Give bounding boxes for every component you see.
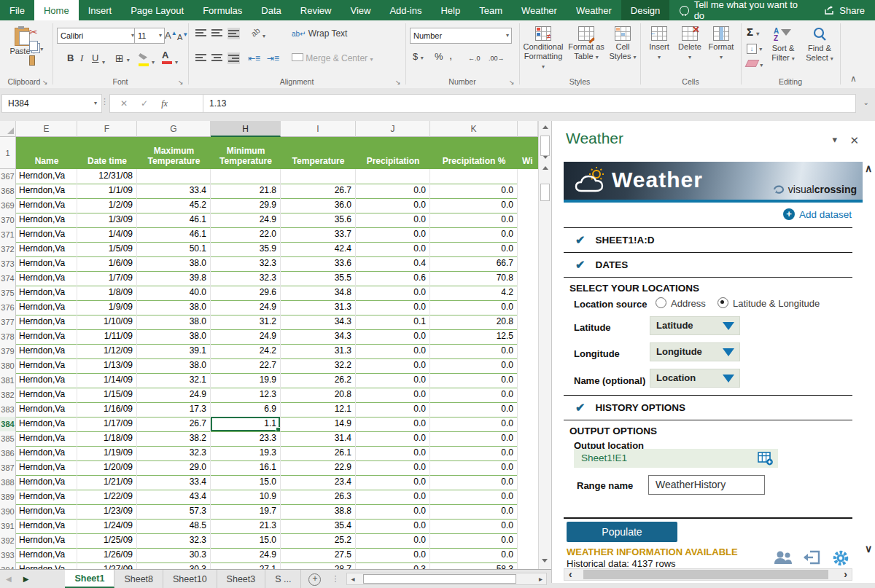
cell[interactable]: 0.0 <box>430 227 518 243</box>
range-name-input[interactable]: WeatherHistory <box>648 475 765 495</box>
cell[interactable]: 1/24/09 <box>77 519 137 534</box>
cell[interactable]: Herndon,Va <box>16 242 77 257</box>
add-dataset-link[interactable]: + Add dataset <box>783 208 852 220</box>
cell[interactable]: 0.0 <box>430 431 518 447</box>
table-header-cell[interactable]: Precipitation <box>356 137 430 169</box>
cell[interactable]: Herndon,Va <box>16 169 77 184</box>
cell[interactable]: 31.2 <box>211 315 281 330</box>
cell[interactable]: 32.3 <box>211 271 281 286</box>
sheet-tab-sheet10[interactable]: Sheet10 <box>163 570 217 588</box>
cell[interactable]: Herndon,Va <box>16 198 77 213</box>
cell[interactable]: 1/23/09 <box>77 504 137 520</box>
expand-formula-bar-button[interactable]: ⌄ <box>863 98 869 106</box>
history-options-section[interactable]: ✔HISTORY OPTIONS <box>564 396 852 420</box>
column-header-H[interactable]: H <box>211 121 281 137</box>
cell[interactable]: 1/19/09 <box>77 446 137 461</box>
percent-style-button[interactable]: % <box>435 51 443 63</box>
cell[interactable]: 58.3 <box>430 562 518 569</box>
cell[interactable]: 12.1 <box>281 402 356 418</box>
cell[interactable]: 0.0 <box>356 388 430 403</box>
cell[interactable]: 39.1 <box>137 344 211 359</box>
radio-latitude-longitude[interactable]: Latitude & Longitude <box>718 297 820 309</box>
latitude-dropdown[interactable]: Latitude <box>650 316 740 335</box>
orientation-dropdown[interactable]: ▾ <box>262 29 265 42</box>
copy-button[interactable]: ▾ <box>29 41 43 55</box>
pane-scroll-up-icon[interactable]: ∧ <box>865 163 872 174</box>
cell[interactable]: 27.1 <box>211 562 281 569</box>
task-pane-options-dropdown[interactable]: ▾ <box>832 134 837 145</box>
cell[interactable]: 21.3 <box>211 519 281 534</box>
cell[interactable]: 0.0 <box>356 548 430 563</box>
pane-scroll-left-icon[interactable]: ‹ <box>569 569 572 580</box>
cell[interactable]: 1/13/09 <box>77 358 137 374</box>
cell[interactable]: 20.8 <box>430 315 518 330</box>
settings-gear-icon[interactable] <box>832 549 849 567</box>
cell[interactable]: Herndon,Va <box>16 475 77 490</box>
cell[interactable]: 38.2 <box>137 431 211 447</box>
cell[interactable]: 1/5/09 <box>77 242 137 257</box>
top-pane-scroll-thumb[interactable] <box>540 136 550 156</box>
cell[interactable]: 27.5 <box>281 548 356 563</box>
font-color-button[interactable]: A <box>162 50 172 64</box>
cell[interactable]: Herndon,Va <box>16 504 77 520</box>
cell[interactable]: 0.0 <box>356 446 430 461</box>
cell[interactable]: 23.3 <box>211 431 281 447</box>
new-sheet-button[interactable]: + <box>308 573 321 586</box>
scroll-up-button[interactable] <box>542 166 548 170</box>
cell[interactable]: 0.6 <box>356 271 430 286</box>
cell[interactable]: 35.6 <box>281 213 356 228</box>
cell[interactable]: 38.0 <box>137 358 211 374</box>
cell[interactable]: 0.0 <box>430 519 518 534</box>
cell[interactable]: 0.0 <box>356 373 430 388</box>
cell[interactable]: 0.0 <box>430 402 518 418</box>
cell[interactable]: Herndon,Va <box>16 213 77 228</box>
cell[interactable]: 1/27/09 <box>77 562 137 569</box>
sheet-tab-sheet3[interactable]: Sheet3 <box>217 570 266 588</box>
row-header-393[interactable]: 393 <box>0 548 16 563</box>
align-center-button[interactable] <box>211 52 222 63</box>
cell[interactable]: 1/3/09 <box>77 213 137 228</box>
cell[interactable]: 0.0 <box>356 402 430 418</box>
clear-button[interactable]: ▾ <box>747 58 763 71</box>
scroll-up-top-pane-button[interactable] <box>542 125 548 129</box>
cell[interactable]: Herndon,Va <box>16 329 77 345</box>
font-name-combo[interactable]: Calibri▾ <box>57 28 137 44</box>
cell[interactable]: 1/2/09 <box>77 198 137 213</box>
row-header-382[interactable]: 382 <box>0 388 16 403</box>
row-header-392[interactable]: 392 <box>0 533 16 549</box>
row-header-390[interactable]: 390 <box>0 504 16 520</box>
align-left-button[interactable] <box>195 52 206 63</box>
cell[interactable]: 1/12/09 <box>77 344 137 359</box>
name-box-splitter[interactable]: ⋮ <box>101 97 109 106</box>
column-header-E[interactable]: E <box>16 121 77 137</box>
name-box[interactable]: H384▾ <box>1 94 102 113</box>
cell[interactable]: 45.2 <box>137 198 211 213</box>
cell[interactable]: 46.1 <box>137 213 211 228</box>
select-all-corner[interactable] <box>0 121 16 137</box>
cell[interactable]: 0.0 <box>356 431 430 447</box>
cell[interactable]: 24.9 <box>211 548 281 563</box>
cell[interactable]: Herndon,Va <box>16 548 77 563</box>
cell[interactable]: 29.0 <box>137 460 211 476</box>
cell[interactable]: 1/6/09 <box>77 256 137 272</box>
cell[interactable]: 24.9 <box>211 329 281 345</box>
format-as-table-button[interactable]: Format as Table ▾ <box>567 26 605 62</box>
task-pane-horizontal-scrollbar[interactable]: ‹ › <box>564 568 852 581</box>
cell-styles-button[interactable]: Cell Styles ▾ <box>607 26 639 62</box>
cell[interactable]: 0.3 <box>356 562 430 569</box>
task-pane-scrollbar[interactable]: ∧ ∨ <box>863 121 875 583</box>
cell[interactable]: 0.0 <box>430 213 518 228</box>
row-header-381[interactable]: 381 <box>0 373 16 388</box>
ribbon-tab-formulas[interactable]: Formulas <box>193 0 252 20</box>
output-location-field[interactable]: Sheet1!E1 <box>574 449 778 468</box>
cell[interactable]: 15.0 <box>211 475 281 490</box>
table-header-cell[interactable]: Maximum Temperature <box>137 137 211 169</box>
autosum-button[interactable]: Σ ▾ <box>747 26 759 40</box>
cell[interactable]: 19.3 <box>211 446 281 461</box>
ribbon-tab-file[interactable]: File <box>0 0 34 20</box>
italic-button[interactable]: I <box>80 52 83 64</box>
ribbon-tab-insert[interactable]: Insert <box>79 0 122 20</box>
cell[interactable]: 33.6 <box>281 256 356 272</box>
cell[interactable]: 0.0 <box>356 344 430 359</box>
cell[interactable]: 15.0 <box>211 533 281 549</box>
